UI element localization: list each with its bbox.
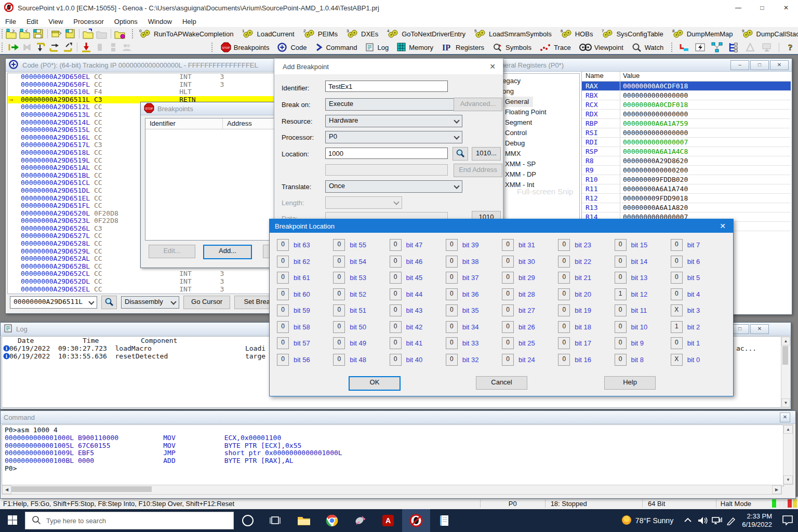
bit-40-toggle[interactable]: 0 [390, 354, 402, 366]
bit-15-toggle[interactable]: 0 [615, 239, 627, 251]
import-file-button[interactable] [82, 28, 95, 39]
view-log-button[interactable]: Log [362, 42, 392, 53]
bit-61-toggle[interactable]: 0 [277, 272, 289, 284]
length-combo[interactable] [325, 196, 402, 209]
resource-combo[interactable]: Hardware [325, 115, 462, 127]
add-breakpoint-dialog-titlebar[interactable]: Add Breakpoint ✕ [274, 59, 503, 74]
confignodes-button[interactable] [727, 42, 740, 53]
export-file-button[interactable] [95, 28, 109, 39]
register-row-r10[interactable]: R10000000009FDDB020 [582, 175, 791, 184]
bit-23-toggle[interactable]: 0 [558, 239, 570, 251]
view-watch-button[interactable]: Watch [628, 42, 667, 53]
bit-33-toggle[interactable]: 0 [446, 337, 458, 349]
bit-38-toggle[interactable]: 0 [446, 256, 458, 268]
bit-21-toggle[interactable]: 0 [558, 272, 570, 284]
menu-edit[interactable]: Edit [21, 18, 43, 25]
close-button[interactable]: ✕ [780, 413, 790, 422]
bit-52-toggle[interactable]: 0 [333, 288, 345, 300]
record-macro-button[interactable] [113, 28, 127, 39]
address-combo[interactable]: 00000000A29D6511L [10, 296, 97, 309]
bit-39-toggle[interactable]: 0 [446, 239, 458, 251]
edit-breakpoint-button[interactable]: Edit... [149, 245, 195, 258]
flash-button[interactable] [694, 42, 707, 53]
step-alt-b-button[interactable] [107, 42, 120, 53]
view-memory-button[interactable]: Memory [393, 42, 437, 53]
bit-44-toggle[interactable]: 0 [390, 288, 402, 300]
bit-58-toggle[interactable]: 0 [277, 321, 289, 333]
break-on-combo[interactable]: Execute [325, 98, 462, 111]
command-hscrollbar[interactable]: ◀ ▶ [2, 485, 782, 495]
help-button[interactable]: Help [604, 376, 656, 390]
halt-button[interactable] [21, 42, 34, 53]
bit-32-toggle[interactable]: 0 [446, 354, 458, 366]
disassembly-line[interactable]: 00000000A29D650EL CC INT 3 [8, 73, 306, 81]
bit-26-toggle[interactable]: 0 [502, 321, 514, 333]
bit-11-toggle[interactable]: 0 [615, 304, 627, 316]
go-button[interactable] [7, 42, 21, 53]
disassembly-line[interactable]: 00000000A29D652CL CC INT 3 [8, 270, 306, 278]
bit-55-toggle[interactable]: 0 [333, 239, 345, 251]
probe-button[interactable] [677, 42, 690, 53]
menu-options[interactable]: Options [109, 18, 143, 25]
bit-29-toggle[interactable]: 0 [502, 272, 514, 284]
tray-speaker-icon[interactable] [695, 509, 710, 532]
bit-34-toggle[interactable]: 0 [446, 321, 458, 333]
register-list-header[interactable]: Name Value [582, 72, 791, 82]
bit-46-toggle[interactable]: 0 [390, 256, 402, 268]
action-center-icon[interactable] [777, 509, 798, 532]
register-row-rcx[interactable]: RCX00000000A0CDF018 [582, 100, 791, 110]
taskbar-task-view-button[interactable] [262, 509, 290, 532]
bit-37-toggle[interactable]: 0 [446, 272, 458, 284]
address-search-button[interactable] [101, 296, 117, 309]
bit-7-toggle[interactable]: 0 [671, 239, 683, 251]
cancel-button[interactable]: Cancel [476, 376, 527, 390]
minimize-button[interactable]: — [726, 0, 750, 16]
menu-processor[interactable]: Processor [68, 18, 109, 25]
restore-button[interactable]: □ [750, 60, 769, 70]
macro-GoToNextDriverEntry[interactable]: 4GoToNextDriverEntry [383, 28, 469, 39]
bit-56-toggle[interactable]: 0 [277, 354, 289, 366]
close-button[interactable]: ✕ [750, 324, 769, 334]
register-row-rax[interactable]: RAX00000000A0CDF018 [582, 82, 791, 91]
weather-icon[interactable] [618, 509, 635, 532]
bit-57-toggle[interactable]: 0 [277, 337, 289, 349]
register-row-rbp[interactable]: RBP00000000A6A1A759 [582, 119, 791, 128]
bit-41-toggle[interactable]: 0 [390, 337, 402, 349]
step-out-button[interactable] [61, 42, 75, 53]
column-identifier[interactable]: Identifier [145, 118, 223, 129]
translate-combo[interactable]: Once [325, 180, 462, 193]
bit-59-toggle[interactable]: 0 [277, 304, 289, 316]
run-to-cursor-button[interactable] [79, 42, 93, 53]
registers-window-titlebar[interactable]: General Registers (P0*) – □ ✕ [477, 59, 792, 72]
bit-17-toggle[interactable]: 0 [558, 337, 570, 349]
toolbar-grip[interactable] [671, 43, 675, 52]
view-command-button[interactable]: Command [311, 42, 361, 53]
menu-help[interactable]: Help [177, 18, 202, 25]
bit-45-toggle[interactable]: 0 [390, 272, 402, 284]
register-row-rdi[interactable]: RDI0000000000000007 [582, 138, 791, 147]
processor-combo[interactable]: P0 [325, 131, 462, 143]
taskbar-file-explorer-button[interactable] [290, 509, 318, 532]
bit-2-toggle[interactable]: 1 [671, 321, 683, 333]
taskbar-cortana-button[interactable] [234, 509, 262, 532]
help-button[interactable]: ? [784, 42, 798, 53]
bit-24-toggle[interactable]: 0 [502, 354, 514, 366]
tray-pen-icon[interactable] [724, 509, 739, 532]
command-window-titlebar[interactable]: Command ✕ [1, 411, 795, 424]
close-icon[interactable]: ✕ [482, 62, 503, 71]
search-box[interactable]: Type here to search [25, 512, 234, 529]
view-registers-button[interactable]: IPRegisters [438, 42, 488, 53]
macro-HOBs[interactable]: 6HOBs [556, 28, 597, 39]
step-into-button[interactable] [34, 42, 48, 53]
register-row-rsp[interactable]: RSP00000000A6A1A4C8 [582, 147, 791, 156]
location-search-button[interactable] [453, 147, 468, 161]
add-breakpoint-button[interactable]: Add... [203, 245, 252, 259]
taskbar-notebook-button[interactable] [430, 509, 458, 532]
bit-20-toggle[interactable]: 0 [558, 288, 570, 300]
menu-window[interactable]: Window [143, 18, 177, 25]
identifier-field[interactable] [325, 81, 448, 92]
disassembly-line[interactable]: 00000000A29D6510L F4 HLT [8, 88, 306, 96]
bit-4-toggle[interactable]: 0 [671, 288, 683, 300]
tray-chevron-up-icon[interactable] [681, 509, 695, 532]
bit-16-toggle[interactable]: 0 [558, 354, 570, 366]
